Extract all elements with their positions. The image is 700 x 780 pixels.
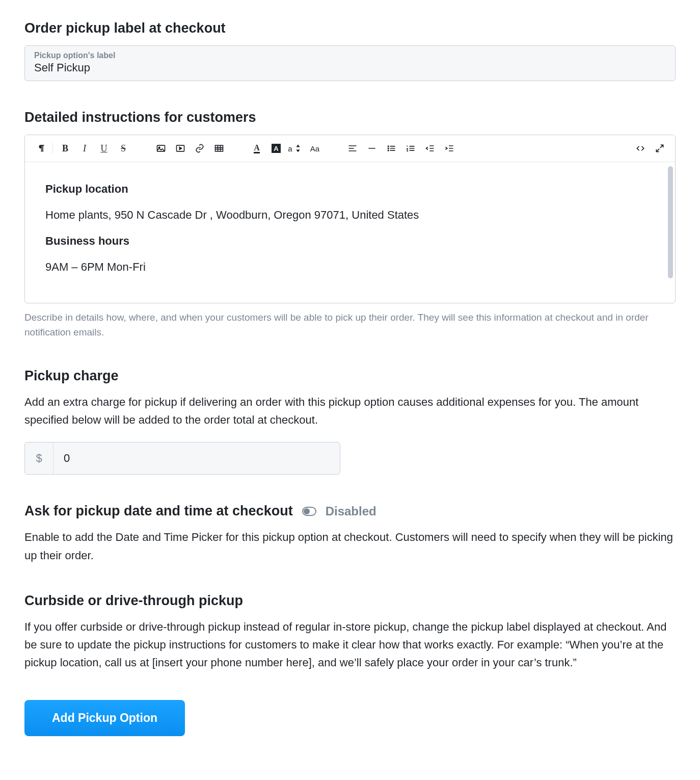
background-color-icon[interactable]: A — [267, 139, 285, 158]
text-color-icon[interactable]: A — [248, 139, 266, 158]
toolbar-divider — [52, 143, 53, 154]
bold-icon[interactable]: B — [56, 139, 74, 158]
pickup-label-title: Order pickup label at checkout — [24, 20, 676, 36]
fullscreen-icon[interactable] — [651, 139, 669, 158]
editor-toolbar: B I U S A A a — [25, 135, 675, 162]
content-heading-location: Pickup location — [45, 180, 655, 197]
editor-scrollbar-thumb[interactable] — [668, 166, 673, 278]
curbside-title: Curbside or drive-through pickup — [24, 593, 676, 609]
horizontal-rule-icon[interactable] — [363, 139, 381, 158]
pickup-label-input[interactable] — [34, 61, 666, 74]
image-icon[interactable] — [152, 139, 170, 158]
pickup-label-field-label: Pickup option's label — [34, 51, 666, 60]
datetime-title: Ask for pickup date and time at checkout — [24, 503, 293, 519]
align-icon[interactable] — [343, 139, 362, 158]
outdent-icon[interactable] — [421, 139, 439, 158]
instructions-helper-text: Describe in details how, where, and when… — [24, 310, 676, 340]
content-hours-text: 9AM – 6PM Mon-Fri — [45, 258, 655, 275]
font-size-icon[interactable]: a — [286, 139, 305, 158]
curbside-description: If you offer curbside or drive-through p… — [24, 618, 676, 672]
content-heading-hours: Business hours — [45, 232, 655, 249]
pickup-charge-section: Pickup charge Add an extra charge for pi… — [24, 368, 676, 475]
instructions-section: Detailed instructions for customers B I … — [24, 110, 676, 340]
datetime-toggle[interactable] — [302, 507, 316, 516]
pickup-charge-title: Pickup charge — [24, 368, 676, 384]
content-location-text: Home plants, 950 N Cascade Dr , Woodburn… — [45, 206, 655, 223]
rich-text-editor: B I U S A A a — [24, 135, 676, 303]
table-icon[interactable] — [210, 139, 228, 158]
datetime-description: Enable to add the Date and Time Picker f… — [24, 528, 676, 564]
code-view-icon[interactable] — [631, 139, 650, 158]
svg-point-5 — [388, 148, 389, 149]
indent-icon[interactable] — [440, 139, 459, 158]
strikethrough-icon[interactable]: S — [114, 139, 132, 158]
underline-icon[interactable]: U — [95, 139, 113, 158]
curbside-section: Curbside or drive-through pickup If you … — [24, 593, 676, 672]
instructions-title: Detailed instructions for customers — [24, 110, 676, 125]
italic-icon[interactable]: I — [75, 139, 94, 158]
bullet-list-icon[interactable] — [382, 139, 400, 158]
numbered-list-icon[interactable] — [401, 139, 420, 158]
svg-point-6 — [388, 150, 389, 151]
pickup-label-field-wrapper[interactable]: Pickup option's label — [24, 45, 676, 81]
pickup-charge-input[interactable] — [53, 443, 340, 474]
editor-content-area[interactable]: Pickup location Home plants, 950 N Casca… — [25, 162, 675, 303]
text-case-icon[interactable]: Aa — [306, 139, 324, 158]
svg-rect-3 — [216, 145, 223, 151]
svg-point-4 — [388, 146, 389, 147]
pickup-label-section: Order pickup label at checkout Pickup op… — [24, 20, 676, 81]
datetime-section: Ask for pickup date and time at checkout… — [24, 503, 676, 564]
add-pickup-option-button[interactable]: Add Pickup Option — [24, 700, 185, 736]
paragraph-icon[interactable] — [31, 139, 49, 158]
currency-symbol: $ — [25, 443, 53, 474]
datetime-toggle-label: Disabled — [326, 504, 376, 518]
link-icon[interactable] — [191, 139, 209, 158]
video-icon[interactable] — [171, 139, 190, 158]
pickup-charge-description: Add an extra charge for pickup if delive… — [24, 393, 676, 429]
pickup-charge-field-wrapper[interactable]: $ — [24, 442, 340, 475]
